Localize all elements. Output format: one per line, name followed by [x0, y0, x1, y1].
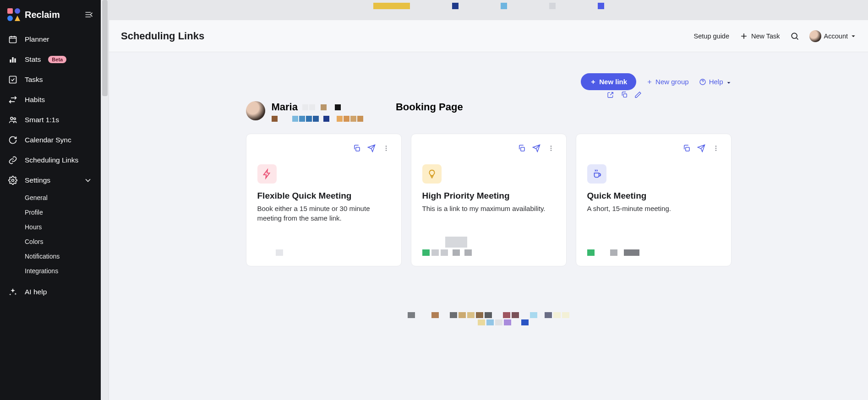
sidebar-item-smart-11s[interactable]: Smart 1:1s — [0, 110, 101, 130]
new-link-label: New link — [599, 78, 627, 86]
external-link-icon[interactable] — [607, 91, 614, 98]
scrollbar-thumb[interactable] — [102, 0, 108, 96]
bolt-icon — [257, 164, 277, 184]
topbar-right: Setup guide New Task Account — [694, 30, 856, 42]
copy-icon[interactable] — [518, 144, 526, 152]
svg-point-17 — [550, 148, 551, 149]
edit-icon[interactable] — [634, 91, 642, 98]
svg-rect-0 — [10, 37, 16, 43]
account-menu[interactable]: Account — [809, 30, 856, 42]
card-title: Flexible Quick Meeting — [257, 191, 390, 201]
page-title: Scheduling Links — [121, 30, 204, 42]
sidebar-item-tasks[interactable]: Tasks — [0, 70, 101, 90]
svg-point-13 — [385, 148, 386, 149]
new-task-label: New Task — [751, 32, 780, 40]
sidebar-collapse-button[interactable] — [84, 10, 93, 19]
settings-sub-general[interactable]: General — [0, 190, 101, 205]
scrollbar-track[interactable] — [101, 0, 109, 400]
send-icon[interactable] — [532, 144, 540, 152]
more-icon[interactable] — [712, 144, 720, 152]
brand-logo[interactable]: Reclaim — [7, 8, 60, 21]
sidebar-item-label: Planner — [25, 35, 49, 43]
sidebar-item-settings[interactable]: Settings — [0, 170, 101, 190]
settings-sub-integrations[interactable]: Integrations — [0, 264, 101, 278]
bar-chart-icon — [8, 55, 17, 64]
sidebar-item-habits[interactable]: Habits — [0, 90, 101, 110]
sidebar-item-scheduling-links[interactable]: Scheduling Links — [0, 150, 101, 170]
settings-sub-notifications[interactable]: Notifications — [0, 249, 101, 264]
plus-icon — [646, 79, 653, 85]
avatar — [809, 30, 821, 42]
topbar: Scheduling Links Setup guide New Task Ac… — [109, 20, 868, 52]
repeat-icon — [8, 95, 17, 104]
plus-icon — [739, 32, 748, 41]
users-icon — [8, 115, 17, 124]
card-footer-pixels — [587, 249, 720, 256]
main-area: Scheduling Links Setup guide New Task Ac… — [109, 0, 868, 400]
link-icon — [8, 156, 17, 165]
copy-icon[interactable] — [621, 91, 628, 98]
svg-rect-19 — [685, 147, 689, 151]
gear-icon — [8, 176, 17, 185]
card-actions — [587, 144, 720, 152]
svg-point-5 — [11, 117, 13, 119]
card-description: This is a link to my maximum availabilit… — [422, 204, 555, 213]
svg-rect-4 — [10, 76, 16, 83]
action-row: New link New group Help — [246, 73, 732, 90]
svg-point-22 — [715, 150, 716, 151]
svg-point-18 — [550, 150, 551, 151]
sidebar-item-label: Smart 1:1s — [25, 116, 59, 124]
profile-main: Maria Booking Page — [272, 101, 463, 122]
profile-header: Maria Booking Page — [246, 101, 732, 122]
search-button[interactable] — [790, 32, 799, 41]
beta-badge: Beta — [48, 56, 66, 63]
sidebar-item-stats[interactable]: Stats Beta — [0, 49, 101, 70]
svg-rect-10 — [623, 94, 627, 97]
setup-guide-link[interactable]: Setup guide — [694, 32, 729, 40]
svg-rect-3 — [14, 59, 16, 63]
refresh-icon — [8, 135, 17, 145]
help-button[interactable]: Help — [699, 78, 732, 86]
svg-point-20 — [715, 146, 716, 146]
copy-icon[interactable] — [353, 144, 361, 152]
footer-decorative-pixels — [121, 312, 856, 325]
svg-rect-15 — [520, 147, 524, 151]
link-card-high-priority[interactable]: High Priority Meeting This is a link to … — [411, 134, 567, 266]
copy-icon[interactable] — [682, 144, 691, 152]
redacted-pixels — [302, 104, 341, 110]
more-icon[interactable] — [382, 144, 390, 152]
svg-point-16 — [550, 146, 551, 146]
svg-point-8 — [792, 33, 797, 38]
help-label: Help — [709, 78, 723, 86]
chevron-down-icon — [726, 79, 732, 85]
new-task-button[interactable]: New Task — [739, 32, 780, 41]
sidebar-item-label: Settings — [25, 176, 50, 184]
svg-rect-11 — [355, 147, 359, 151]
new-group-button[interactable]: New group — [646, 78, 689, 86]
profile-avatar — [246, 101, 265, 120]
card-footer-pixels — [422, 237, 555, 256]
card-actions — [257, 144, 390, 152]
calendar-icon — [8, 35, 17, 44]
send-icon[interactable] — [697, 144, 705, 152]
sidebar-item-planner[interactable]: Planner — [0, 29, 101, 49]
send-icon[interactable] — [367, 144, 376, 152]
link-card-flexible-quick[interactable]: Flexible Quick Meeting Book either a 15 … — [246, 134, 402, 266]
sidebar-item-calendar-sync[interactable]: Calendar Sync — [0, 130, 101, 150]
link-card-quick-meeting[interactable]: Quick Meeting A short, 15-minute meeting… — [576, 134, 732, 266]
sidebar-header: Reclaim — [0, 5, 101, 29]
plus-icon — [590, 79, 596, 85]
new-link-button[interactable]: New link — [581, 73, 636, 90]
settings-sub-hours[interactable]: Hours — [0, 220, 101, 234]
profile-link-actions — [607, 91, 642, 98]
decorative-pixel-bar — [109, 0, 868, 20]
card-description: A short, 15-minute meeting. — [587, 204, 720, 213]
sidebar-item-ai-help[interactable]: AI help — [0, 282, 101, 302]
brand-name: Reclaim — [25, 10, 60, 20]
sidebar-item-label: Stats — [25, 55, 41, 64]
settings-sub-colors[interactable]: Colors — [0, 234, 101, 249]
settings-sub-profile[interactable]: Profile — [0, 205, 101, 220]
more-icon[interactable] — [547, 144, 555, 152]
logo-mark-icon — [7, 8, 20, 21]
svg-point-7 — [12, 179, 14, 182]
